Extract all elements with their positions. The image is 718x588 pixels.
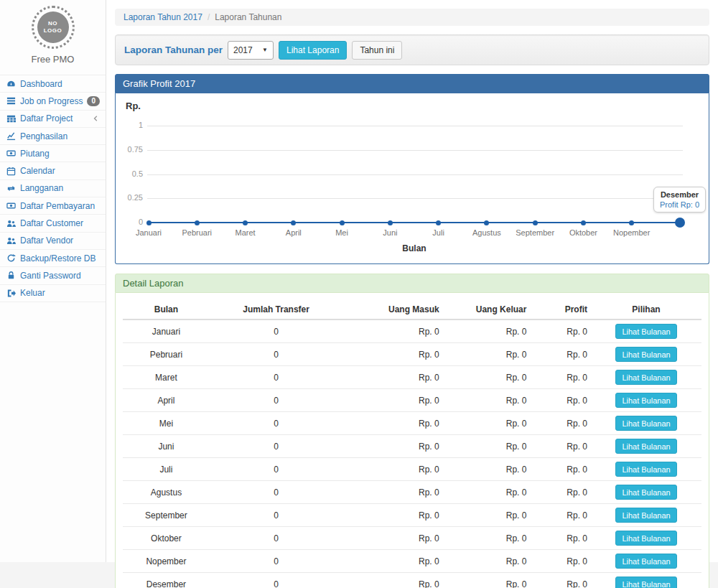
cell-jumlah: 0 (210, 366, 342, 389)
breadcrumb-link-laporan-tahun[interactable]: Laporan Tahun 2017 (123, 12, 202, 22)
app-logo: NO LOGO Free PMO (0, 0, 106, 69)
cell-masuk: Rp. 0 (342, 319, 442, 343)
lihat-bulanan-button-maret[interactable]: Lihat Bulanan (615, 370, 676, 385)
lihat-bulanan-button-nopember[interactable]: Lihat Bulanan (615, 554, 676, 569)
cell-masuk: Rp. 0 (342, 389, 442, 412)
sidebar-item-backup-restore-db[interactable]: Backup/Restore DB (0, 250, 106, 267)
cell-action: Lihat Bulanan (591, 527, 701, 550)
cell-bulan: Desember (123, 573, 210, 588)
data-point-oktober[interactable] (581, 220, 586, 225)
sidebar-item-label: Daftar Customer (20, 218, 83, 228)
cell-keluar: Rp. 0 (443, 343, 531, 366)
lihat-bulanan-button-juni[interactable]: Lihat Bulanan (615, 439, 676, 454)
y-axis-tick: 0.5 (116, 169, 143, 178)
cell-bulan: Agustus (123, 481, 210, 504)
cell-profit: Rp. 0 (530, 389, 591, 412)
year-select[interactable]: 2017 ▼ (228, 41, 274, 60)
logo-text-line2: LOGO (44, 27, 62, 34)
sidebar-item-calendar[interactable]: Calendar (0, 162, 106, 179)
logo-text-line1: NO (48, 20, 57, 27)
data-point-april[interactable] (291, 220, 296, 225)
lihat-bulanan-button-mei[interactable]: Lihat Bulanan (615, 416, 676, 431)
table-row-september: September0Rp. 0Rp. 0Rp. 0Lihat Bulanan (123, 504, 701, 527)
retweet-icon (6, 184, 16, 193)
lihat-bulanan-button-agustus[interactable]: Lihat Bulanan (615, 485, 676, 500)
page: NO LOGO Free PMO DashboardJob on Progres… (0, 0, 718, 562)
cell-jumlah: 0 (210, 550, 342, 573)
sidebar: NO LOGO Free PMO DashboardJob on Progres… (0, 0, 106, 562)
sidebar-item-penghasilan[interactable]: Penghasilan (0, 128, 106, 145)
dashboard-icon (6, 79, 16, 88)
caret-down-icon: ▼ (262, 47, 268, 53)
brand-name: Free PMO (0, 54, 106, 65)
breadcrumb-active: Laporan Tahunan (215, 12, 281, 22)
chart-panel-title: Grafik Profit 2017 (115, 74, 709, 93)
sidebar-item-daftar-vendor[interactable]: Daftar Vendor (0, 233, 106, 250)
data-point-desember[interactable] (675, 218, 685, 228)
tahun-ini-button[interactable]: Tahun ini (352, 41, 402, 60)
cell-profit: Rp. 0 (530, 573, 591, 588)
data-point-nopember[interactable] (629, 220, 634, 225)
chart-panel: Grafik Profit 2017 Rp.00.250.50.751Janua… (115, 74, 709, 264)
lihat-bulanan-button-september[interactable]: Lihat Bulanan (615, 508, 676, 523)
cell-action: Lihat Bulanan (591, 343, 701, 366)
sidebar-item-langganan[interactable]: Langganan (0, 180, 106, 197)
gridline (147, 126, 683, 126)
cell-masuk: Rp. 0 (342, 527, 442, 550)
lihat-bulanan-button-juli[interactable]: Lihat Bulanan (615, 462, 676, 477)
breadcrumb: Laporan Tahun 2017 / Laporan Tahunan (115, 9, 709, 26)
data-point-juni[interactable] (388, 220, 393, 225)
cell-jumlah: 0 (210, 458, 342, 481)
lihat-laporan-button[interactable]: Lihat Laporan (279, 41, 347, 60)
cell-action: Lihat Bulanan (591, 435, 701, 458)
gridline (147, 198, 683, 199)
lihat-bulanan-button-oktober[interactable]: Lihat Bulanan (615, 531, 676, 546)
sidebar-item-job-on-progress[interactable]: Job on Progress0 (0, 93, 106, 110)
lihat-bulanan-button-april[interactable]: Lihat Bulanan (615, 393, 676, 408)
data-point-juli[interactable] (436, 220, 441, 225)
data-point-pebruari[interactable] (195, 220, 200, 225)
sidebar-item-dashboard[interactable]: Dashboard (0, 75, 106, 93)
cell-bulan: Nopember (123, 550, 210, 573)
data-point-agustus[interactable] (484, 220, 489, 225)
cell-keluar: Rp. 0 (443, 435, 531, 458)
cell-keluar: Rp. 0 (443, 366, 531, 389)
cell-action: Lihat Bulanan (591, 550, 701, 573)
cell-jumlah: 0 (210, 504, 342, 527)
sidebar-item-daftar-pembayaran[interactable]: Daftar Pembayaran (0, 197, 106, 215)
data-point-mei[interactable] (340, 220, 345, 225)
table-row-mei: Mei0Rp. 0Rp. 0Rp. 0Lihat Bulanan (123, 412, 701, 435)
cell-bulan: September (123, 504, 210, 527)
breadcrumb-separator: / (208, 12, 210, 22)
lihat-bulanan-button-januari[interactable]: Lihat Bulanan (615, 324, 676, 339)
cell-keluar: Rp. 0 (443, 319, 531, 343)
cell-jumlah: 0 (210, 412, 342, 435)
detail-panel: Detail Laporan BulanJumlah TransferUang … (115, 274, 709, 588)
lihat-bulanan-button-desember[interactable]: Lihat Bulanan (615, 577, 676, 588)
table-row-maret: Maret0Rp. 0Rp. 0Rp. 0Lihat Bulanan (123, 366, 701, 389)
detail-panel-title: Detail Laporan (115, 274, 709, 293)
tooltip-value: Profit Rp: 0 (660, 200, 699, 209)
data-point-maret[interactable] (243, 220, 248, 225)
chart-tooltip: DesemberProfit Rp: 0 (653, 187, 706, 213)
cell-keluar: Rp. 0 (443, 504, 531, 527)
sidebar-item-daftar-project[interactable]: Daftar Project (0, 111, 106, 128)
sidebar-item-ganti-password[interactable]: Ganti Password (0, 267, 106, 284)
cell-keluar: Rp. 0 (443, 389, 531, 412)
chevron-left-icon (92, 115, 99, 122)
sidebar-item-daftar-customer[interactable]: Daftar Customer (0, 215, 106, 232)
cell-action: Lihat Bulanan (591, 366, 701, 389)
cell-profit: Rp. 0 (530, 412, 591, 435)
cell-bulan: Juli (123, 458, 210, 481)
sidebar-item-keluar[interactable]: Keluar (0, 285, 106, 302)
lihat-bulanan-button-pebruari[interactable]: Lihat Bulanan (615, 347, 676, 362)
sidebar-item-piutang[interactable]: Piutang (0, 145, 106, 162)
sign-out-icon (6, 289, 16, 298)
cell-keluar: Rp. 0 (443, 550, 531, 573)
cell-masuk: Rp. 0 (342, 550, 442, 573)
cell-jumlah: 0 (210, 389, 342, 412)
gridline (147, 150, 683, 151)
data-point-september[interactable] (533, 220, 538, 225)
cell-profit: Rp. 0 (530, 481, 591, 504)
data-point-januari[interactable] (146, 220, 151, 225)
